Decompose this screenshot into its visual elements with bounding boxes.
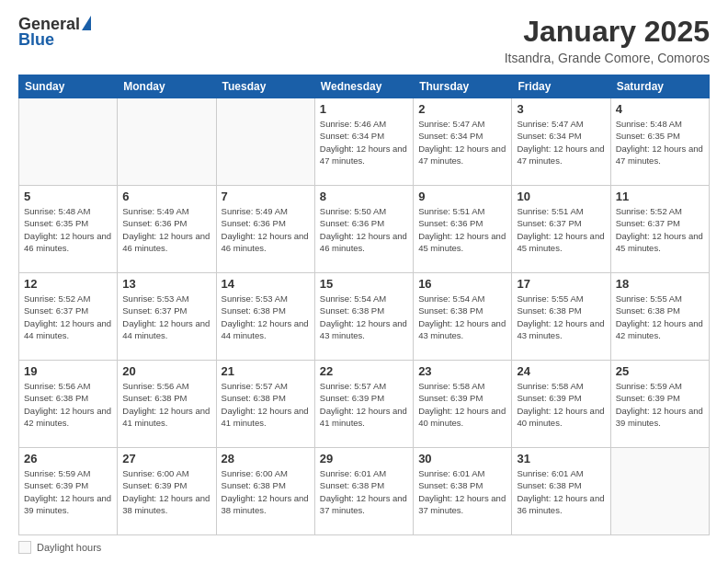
- calendar-cell: 16Sunrise: 5:54 AM Sunset: 6:38 PM Dayli…: [414, 273, 512, 361]
- day-number: 30: [418, 452, 506, 465]
- calendar-cell: 9Sunrise: 5:51 AM Sunset: 6:36 PM Daylig…: [414, 186, 512, 273]
- day-info: Sunrise: 5:52 AM Sunset: 6:37 PM Dayligh…: [616, 205, 704, 254]
- day-info: Sunrise: 6:00 AM Sunset: 6:39 PM Dayligh…: [122, 467, 210, 516]
- calendar-header-saturday: Saturday: [610, 75, 709, 98]
- day-info: Sunrise: 6:01 AM Sunset: 6:38 PM Dayligh…: [320, 467, 408, 516]
- calendar-cell: 10Sunrise: 5:51 AM Sunset: 6:37 PM Dayli…: [512, 186, 610, 273]
- day-number: 13: [122, 277, 210, 291]
- calendar-week-3: 19Sunrise: 5:56 AM Sunset: 6:38 PM Dayli…: [19, 361, 710, 448]
- calendar-cell: 1Sunrise: 5:46 AM Sunset: 6:34 PM Daylig…: [314, 98, 413, 186]
- day-number: 10: [517, 190, 605, 203]
- day-info: Sunrise: 5:50 AM Sunset: 6:36 PM Dayligh…: [320, 205, 408, 254]
- day-number: 31: [517, 452, 605, 465]
- day-number: 11: [616, 190, 704, 203]
- calendar-header-monday: Monday: [118, 75, 216, 98]
- calendar-cell: 7Sunrise: 5:49 AM Sunset: 6:36 PM Daylig…: [216, 186, 314, 273]
- calendar-header-thursday: Thursday: [414, 75, 512, 98]
- logo: General Blue: [18, 15, 91, 50]
- title-section: January 2025 Itsandra, Grande Comore, Co…: [505, 15, 710, 65]
- calendar-cell: 22Sunrise: 5:57 AM Sunset: 6:39 PM Dayli…: [314, 361, 413, 448]
- day-number: 6: [122, 190, 210, 203]
- day-info: Sunrise: 5:55 AM Sunset: 6:38 PM Dayligh…: [616, 293, 704, 341]
- calendar-cell: 21Sunrise: 5:57 AM Sunset: 6:38 PM Dayli…: [216, 361, 314, 448]
- calendar-cell: [19, 98, 118, 186]
- day-info: Sunrise: 5:49 AM Sunset: 6:36 PM Dayligh…: [222, 205, 310, 254]
- day-info: Sunrise: 5:48 AM Sunset: 6:35 PM Dayligh…: [24, 205, 112, 254]
- calendar-week-2: 12Sunrise: 5:52 AM Sunset: 6:37 PM Dayli…: [19, 273, 710, 361]
- calendar-cell: 12Sunrise: 5:52 AM Sunset: 6:37 PM Dayli…: [19, 273, 118, 361]
- calendar-cell: 2Sunrise: 5:47 AM Sunset: 6:34 PM Daylig…: [414, 98, 512, 186]
- day-number: 1: [320, 102, 408, 116]
- calendar-cell: 27Sunrise: 6:00 AM Sunset: 6:39 PM Dayli…: [118, 448, 216, 535]
- calendar-cell: 17Sunrise: 5:55 AM Sunset: 6:38 PM Dayli…: [512, 273, 610, 361]
- calendar-cell: [118, 98, 216, 186]
- calendar-week-4: 26Sunrise: 5:59 AM Sunset: 6:39 PM Dayli…: [19, 448, 710, 535]
- day-number: 12: [24, 277, 112, 291]
- day-number: 7: [222, 190, 310, 203]
- day-number: 29: [320, 452, 408, 465]
- calendar-cell: 25Sunrise: 5:59 AM Sunset: 6:39 PM Dayli…: [610, 361, 709, 448]
- calendar-cell: 23Sunrise: 5:58 AM Sunset: 6:39 PM Dayli…: [414, 361, 512, 448]
- calendar-header-sunday: Sunday: [19, 75, 118, 98]
- day-info: Sunrise: 6:01 AM Sunset: 6:38 PM Dayligh…: [418, 467, 506, 516]
- day-info: Sunrise: 5:58 AM Sunset: 6:39 PM Dayligh…: [418, 380, 506, 429]
- day-info: Sunrise: 5:55 AM Sunset: 6:38 PM Dayligh…: [517, 293, 605, 341]
- day-info: Sunrise: 5:53 AM Sunset: 6:38 PM Dayligh…: [222, 293, 310, 341]
- footer-legend-box: [18, 541, 31, 554]
- day-number: 18: [616, 277, 704, 291]
- calendar-cell: 26Sunrise: 5:59 AM Sunset: 6:39 PM Dayli…: [19, 448, 118, 535]
- header: General Blue January 2025 Itsandra, Gran…: [18, 15, 710, 65]
- day-info: Sunrise: 5:58 AM Sunset: 6:39 PM Dayligh…: [517, 380, 605, 429]
- day-number: 27: [122, 452, 210, 465]
- day-info: Sunrise: 5:47 AM Sunset: 6:34 PM Dayligh…: [418, 118, 506, 167]
- calendar-cell: 11Sunrise: 5:52 AM Sunset: 6:37 PM Dayli…: [610, 186, 709, 273]
- calendar-cell: 18Sunrise: 5:55 AM Sunset: 6:38 PM Dayli…: [610, 273, 709, 361]
- calendar-header-tuesday: Tuesday: [216, 75, 314, 98]
- day-number: 25: [616, 364, 704, 378]
- calendar-cell: 28Sunrise: 6:00 AM Sunset: 6:38 PM Dayli…: [216, 448, 314, 535]
- calendar-header-friday: Friday: [512, 75, 610, 98]
- day-number: 22: [320, 364, 408, 378]
- day-number: 20: [122, 364, 210, 378]
- calendar-week-1: 5Sunrise: 5:48 AM Sunset: 6:35 PM Daylig…: [19, 186, 710, 273]
- day-number: 16: [418, 277, 506, 291]
- day-info: Sunrise: 5:59 AM Sunset: 6:39 PM Dayligh…: [24, 467, 112, 516]
- calendar-cell: [610, 448, 709, 535]
- calendar-cell: 20Sunrise: 5:56 AM Sunset: 6:38 PM Dayli…: [118, 361, 216, 448]
- calendar-cell: 5Sunrise: 5:48 AM Sunset: 6:35 PM Daylig…: [19, 186, 118, 273]
- day-info: Sunrise: 5:53 AM Sunset: 6:37 PM Dayligh…: [122, 293, 210, 341]
- calendar-header-wednesday: Wednesday: [314, 75, 413, 98]
- day-number: 26: [24, 452, 112, 465]
- day-info: Sunrise: 5:47 AM Sunset: 6:34 PM Dayligh…: [517, 118, 605, 167]
- day-number: 9: [418, 190, 506, 203]
- calendar-cell: [216, 98, 314, 186]
- day-number: 23: [418, 364, 506, 378]
- day-number: 19: [24, 364, 112, 378]
- logo-blue-text: Blue: [18, 30, 54, 50]
- calendar-header-row: SundayMondayTuesdayWednesdayThursdayFrid…: [19, 75, 710, 98]
- day-number: 21: [222, 364, 310, 378]
- day-number: 14: [222, 277, 310, 291]
- subtitle: Itsandra, Grande Comore, Comoros: [505, 51, 710, 65]
- calendar-cell: 29Sunrise: 6:01 AM Sunset: 6:38 PM Dayli…: [314, 448, 413, 535]
- day-info: Sunrise: 6:01 AM Sunset: 6:38 PM Dayligh…: [517, 467, 605, 516]
- main-title: January 2025: [505, 15, 710, 49]
- day-info: Sunrise: 5:59 AM Sunset: 6:39 PM Dayligh…: [616, 380, 704, 429]
- calendar-cell: 30Sunrise: 6:01 AM Sunset: 6:38 PM Dayli…: [414, 448, 512, 535]
- day-info: Sunrise: 5:51 AM Sunset: 6:37 PM Dayligh…: [517, 205, 605, 254]
- page: General Blue January 2025 Itsandra, Gran…: [0, 0, 728, 563]
- calendar-week-0: 1Sunrise: 5:46 AM Sunset: 6:34 PM Daylig…: [19, 98, 710, 186]
- footer: Daylight hours: [18, 541, 710, 554]
- day-number: 5: [24, 190, 112, 203]
- day-info: Sunrise: 5:56 AM Sunset: 6:38 PM Dayligh…: [24, 380, 112, 429]
- footer-legend-label: Daylight hours: [37, 542, 101, 553]
- day-number: 28: [222, 452, 310, 465]
- calendar-cell: 3Sunrise: 5:47 AM Sunset: 6:34 PM Daylig…: [512, 98, 610, 186]
- day-number: 15: [320, 277, 408, 291]
- day-number: 2: [418, 102, 506, 116]
- day-info: Sunrise: 5:56 AM Sunset: 6:38 PM Dayligh…: [122, 380, 210, 429]
- day-info: Sunrise: 5:48 AM Sunset: 6:35 PM Dayligh…: [616, 118, 704, 167]
- day-info: Sunrise: 5:49 AM Sunset: 6:36 PM Dayligh…: [122, 205, 210, 254]
- day-info: Sunrise: 5:57 AM Sunset: 6:38 PM Dayligh…: [222, 380, 310, 429]
- day-number: 4: [616, 102, 704, 116]
